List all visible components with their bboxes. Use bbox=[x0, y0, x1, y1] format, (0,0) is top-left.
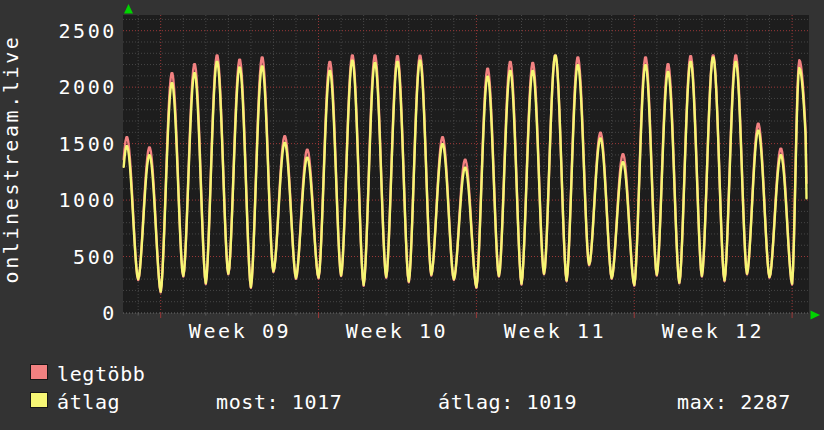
week-label: Week 12 bbox=[628, 321, 798, 341]
y-tick-label: 2000 bbox=[58, 76, 117, 98]
stat-max: max: 2287 bbox=[677, 390, 791, 414]
chart-title: onlinestream.live bbox=[0, 9, 23, 309]
x-axis-arrow-icon bbox=[811, 311, 821, 320]
legend-label-legtobb: legtöbb bbox=[57, 362, 146, 386]
week-label: Week 11 bbox=[470, 321, 640, 341]
y-tick-label: 0 bbox=[102, 302, 117, 324]
stat-most: most: 1017 bbox=[216, 390, 342, 414]
legend-swatch-legtobb bbox=[30, 364, 48, 380]
week-label: Week 10 bbox=[312, 321, 482, 341]
legend-swatch-atlag bbox=[30, 392, 48, 408]
y-axis-arrow-icon bbox=[124, 4, 133, 14]
y-tick-label: 1500 bbox=[58, 133, 117, 155]
stat-atlag: átlag: 1019 bbox=[438, 390, 577, 414]
y-tick-label: 500 bbox=[73, 246, 117, 268]
y-tick-label: 1000 bbox=[58, 189, 117, 211]
y-tick-label: 2500 bbox=[58, 20, 117, 42]
week-label: Week 09 bbox=[155, 321, 325, 341]
axis-ticks bbox=[138, 313, 792, 318]
legend-label-atlag: átlag bbox=[57, 390, 120, 414]
